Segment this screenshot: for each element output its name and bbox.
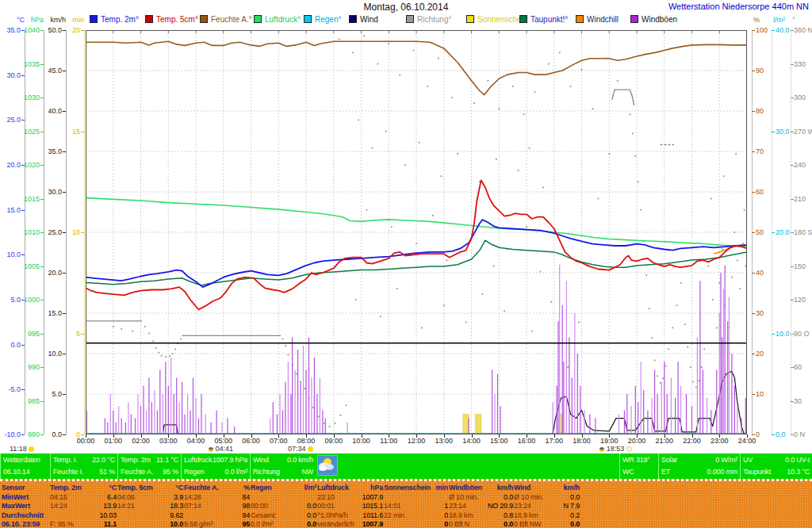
table-row: 00:000.0 [251, 502, 316, 511]
axis-tick [752, 71, 755, 71]
table-row: Gesamt:0.0 [251, 511, 316, 521]
axis-tick-label: 1035 [19, 60, 40, 68]
axis-tick [772, 132, 775, 132]
table-cell-value: 0 [444, 511, 448, 521]
table-cell-label: Sensor [2, 484, 25, 493]
table-cell-label: 14:28 [184, 493, 201, 503]
table-cell-value: 1007.9 [362, 493, 383, 503]
axis-tick-label: 0.0 [0, 341, 21, 349]
table-column: Feuchte A.%14:288407:1498949.58 g/m³95 [184, 484, 250, 528]
x-axis-label: 01:00 [100, 437, 127, 445]
table-row: Temp. 5cm°C [117, 484, 183, 493]
table-cell-value: 1015.1 [362, 502, 383, 511]
table-cell-value: km/h [564, 484, 580, 493]
table-cell-label: 04:06 [117, 493, 135, 503]
table-cell-value: 0.8 [504, 511, 513, 521]
table-cell-label: 14:01 [384, 502, 401, 511]
axis-tick [752, 354, 755, 354]
axis-tick-label: ° [792, 16, 812, 24]
table-cell-value: 10.0 [170, 520, 183, 528]
status-line: RichtungNW [251, 465, 316, 477]
status-line: Feuchte I.51 % [51, 465, 117, 477]
axis-tick [752, 232, 755, 233]
status-line: Wind0.0 km/h [251, 453, 316, 465]
status-line: Luftdruck1007.9 hPa [182, 453, 250, 465]
x-axis-tick [389, 434, 389, 438]
axis-tick-label: 270 W [794, 128, 812, 136]
status-line: WC 11.1°C [620, 465, 658, 477]
table-cell-label: Sonnenschein [384, 484, 431, 493]
x-axis-tick [278, 434, 279, 438]
table-row: 04:156.4 [50, 493, 117, 503]
table-cell-value: 95 [242, 520, 250, 528]
axis-tick-label: 20 [59, 26, 80, 34]
table-cell-label: 18.9 km [449, 511, 473, 521]
axis-tick [21, 389, 25, 390]
status-label: WR 319° [622, 455, 650, 465]
status-cell-right: Solar0 W/m²ET0.000 mm [658, 453, 740, 479]
table-cell-value: 0.0 [570, 493, 580, 503]
axis-tick [21, 254, 25, 255]
axis-tick-label: 20.0 [0, 161, 21, 169]
axis-tick [63, 394, 66, 395]
status-cell-right: UV0.0 UV-ITaupunkt10.3 °C [740, 453, 812, 479]
table-cell-value: NO 20.9 [488, 502, 513, 511]
table-cell-value: 0.0 [307, 520, 316, 528]
axis-tick-label: 990 [19, 363, 40, 371]
table-row: 07:1498 [184, 502, 250, 511]
x-axis-tick [86, 434, 86, 438]
table-cell-value: % [243, 484, 250, 493]
axis-tick-label: 360 N [794, 26, 812, 34]
table-row: 23:24N 7.9 [514, 502, 580, 511]
axis-tick [40, 300, 44, 300]
status-line: Temp. 2m11.1 °C [118, 453, 181, 465]
axis-tick [40, 165, 44, 166]
axis-tick [791, 401, 794, 402]
table-column: Regenl/m²00:000.0Gesamt:0.00.0 l/m²0.0 [251, 484, 316, 528]
table-cell-label: MinWert [2, 493, 29, 503]
status-label: UV [743, 455, 753, 465]
table-cell-value: 3.9 [174, 493, 183, 503]
table-row: Ø 10 min.0.0 [514, 493, 580, 503]
status-label: ET [661, 467, 670, 477]
table-cell-value: 13.9 [103, 502, 117, 511]
table-cell-label: 22 min. [384, 511, 406, 521]
status-line: Temp. I.22.0 °C [51, 453, 117, 465]
table-row: MinWert [2, 493, 49, 503]
axis-tick-label: 15 [59, 128, 80, 136]
table-cell-label: 00:00 [251, 502, 268, 511]
axis-tick [752, 394, 755, 395]
table-row: Durchschnitt [2, 511, 49, 521]
table-cell-label: Regen [251, 484, 272, 493]
x-axis-label: 13:00 [431, 437, 458, 445]
sun-icon [308, 446, 313, 452]
status-value: 1007.9 hPa [213, 455, 247, 465]
table-row [251, 493, 316, 503]
table-row: 00:011015.1 [317, 502, 383, 511]
table-row: 94 [184, 511, 250, 521]
x-axis-tick [692, 434, 693, 438]
table-cell-label: Ø 10 min. [514, 493, 543, 503]
axis-tick [63, 111, 66, 112]
x-axis-label: 15:00 [485, 437, 512, 445]
status-cell: Wetterdaten06.10.14 23:59 [0, 453, 50, 479]
axis-tick-label: 35.0 [41, 147, 62, 155]
sun-icon [599, 447, 604, 452]
table-cell-value: °C [175, 484, 183, 493]
status-label: Solar [661, 455, 677, 465]
status-label: WC 11.1°C [622, 467, 656, 477]
x-axis-label: 14:00 [458, 437, 485, 445]
x-axis-tick [719, 434, 720, 438]
axis-tick-label: hPa [20, 16, 44, 24]
table-cell-value: hPa [370, 484, 383, 493]
x-axis-label: 20:00 [623, 437, 650, 445]
axis-tick-label: min [60, 16, 84, 24]
table-row: 22 min.0 [384, 511, 448, 521]
axis-tick-label: 120 [794, 296, 812, 304]
status-label: 06.10.14 23:59 [3, 467, 48, 477]
table-row: 9.62 [117, 511, 183, 521]
axis-tick-label: 10 [59, 228, 80, 236]
table-cell-label: Temp. 2m [50, 484, 82, 493]
table-row: Regenl/m² [251, 484, 316, 493]
weather-icon [317, 455, 338, 476]
